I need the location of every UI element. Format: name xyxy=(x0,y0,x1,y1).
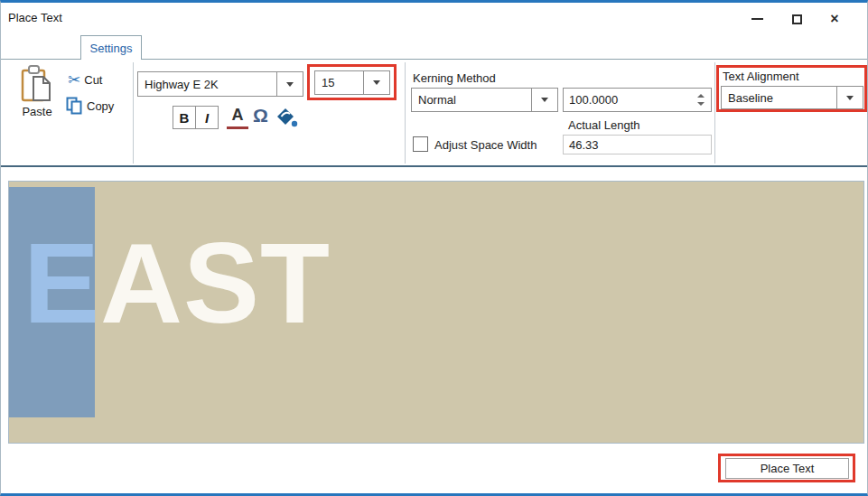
italic-button[interactable]: I xyxy=(195,106,219,129)
chevron-down-icon xyxy=(286,82,294,87)
bold-button[interactable]: B xyxy=(173,106,196,129)
kerning-method-label: Kerning Method xyxy=(413,71,496,85)
spin-down-icon xyxy=(697,102,705,106)
chevron-down-icon xyxy=(541,98,548,102)
window-title: Place Text xyxy=(8,11,62,24)
adjust-space-width-checkbox[interactable] xyxy=(413,136,428,152)
text-alignment-dropdown-button[interactable] xyxy=(836,87,863,108)
tab-settings[interactable]: Settings xyxy=(80,35,142,60)
spinner-buttons[interactable] xyxy=(694,89,708,111)
paste-clipboard-icon xyxy=(19,64,55,104)
kerning-spacing-spinner[interactable]: 100.0000 xyxy=(563,88,712,112)
kerning-method-dropdown-button[interactable] xyxy=(531,89,557,111)
paste-label: Paste xyxy=(22,105,51,118)
kerning-method-value: Normal xyxy=(412,89,531,111)
spin-up-icon xyxy=(697,94,705,98)
font-family-value: Highway E 2K xyxy=(138,72,276,96)
cut-button[interactable]: ✂ Cut xyxy=(68,72,102,88)
insert-symbol-button[interactable]: Ω xyxy=(253,105,268,126)
font-size-dropdown-button[interactable] xyxy=(363,71,389,94)
preview-text: EAST xyxy=(23,227,331,341)
font-size-combobox[interactable]: 15 xyxy=(314,70,390,95)
remaining-letters: AST xyxy=(100,220,331,347)
selected-letter: E xyxy=(23,220,100,347)
title-bar[interactable]: Place Text × xyxy=(1,3,867,33)
cut-label: Cut xyxy=(84,73,102,87)
close-icon: × xyxy=(830,12,838,26)
place-text-dialog: Place Text × Settings Paste ✂ Cut xyxy=(0,0,868,496)
chevron-down-icon xyxy=(373,80,380,85)
paste-button[interactable]: Paste xyxy=(12,64,62,133)
place-text-button[interactable]: Place Text xyxy=(725,458,849,479)
text-alignment-label: Text Alignment xyxy=(723,70,799,83)
ribbon-divider xyxy=(405,62,406,164)
copy-pages-icon xyxy=(66,97,83,115)
minimize-icon xyxy=(751,18,763,20)
cut-scissors-icon: ✂ xyxy=(68,72,80,88)
ribbon-bottom-border xyxy=(1,165,867,167)
kerning-method-combobox[interactable]: Normal xyxy=(411,88,558,112)
font-size-value: 15 xyxy=(315,71,363,94)
maximize-icon xyxy=(792,14,802,24)
text-alignment-combobox[interactable]: Baseline xyxy=(721,86,863,109)
ribbon-divider xyxy=(133,62,134,164)
underline-color-button[interactable]: A xyxy=(227,106,248,129)
actual-length-field: 46.33 xyxy=(563,135,712,154)
chevron-down-icon xyxy=(846,96,854,100)
close-button[interactable]: × xyxy=(821,7,848,31)
kerning-spacing-value: 100.0000 xyxy=(569,93,618,107)
text-alignment-value: Baseline xyxy=(722,87,836,108)
font-family-combobox[interactable]: Highway E 2K xyxy=(137,71,303,97)
fill-diamond-icon xyxy=(276,108,298,127)
actual-length-value: 46.33 xyxy=(569,138,599,152)
text-preview-canvas[interactable]: EAST xyxy=(8,181,864,444)
font-family-dropdown-button[interactable] xyxy=(276,72,303,96)
copy-label: Copy xyxy=(87,99,114,113)
fill-color-button[interactable] xyxy=(276,108,298,131)
ribbon-divider xyxy=(714,62,715,164)
minimize-button[interactable] xyxy=(743,7,770,31)
actual-length-label: Actual Length xyxy=(568,118,640,132)
copy-button[interactable]: Copy xyxy=(66,97,114,115)
adjust-space-width-label: Adjust Space Width xyxy=(434,138,537,152)
maximize-button[interactable] xyxy=(783,7,810,31)
